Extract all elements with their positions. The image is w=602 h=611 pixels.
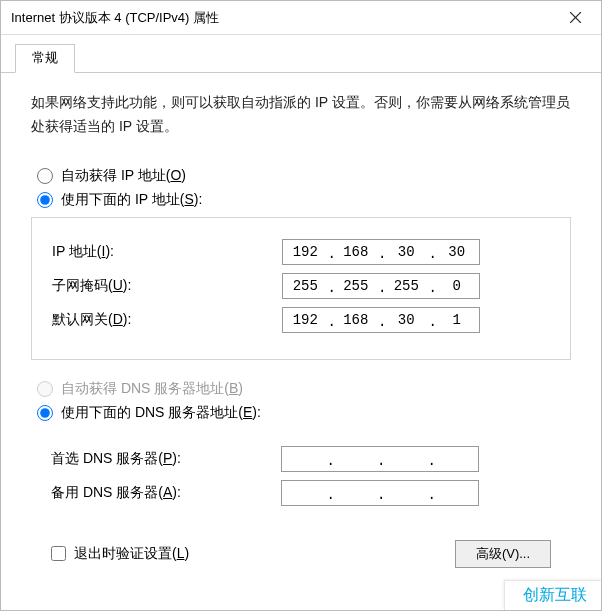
radio-manual-dns[interactable] (37, 405, 53, 421)
radio-auto-ip[interactable] (37, 168, 53, 184)
subnet-mask-row: 子网掩码(U): 255. 255. 255. 0 (52, 273, 550, 299)
ip-address-row: IP 地址(I): 192. 168. 30. 30 (52, 239, 550, 265)
advanced-button[interactable]: 高级(V)... (455, 540, 551, 568)
radio-auto-dns-row: 自动获得 DNS 服务器地址(B) (31, 380, 571, 398)
alternate-dns-row: 备用 DNS 服务器(A): . . . (51, 480, 551, 506)
close-button[interactable] (553, 1, 597, 34)
radio-manual-ip-label: 使用下面的 IP 地址(S): (61, 191, 202, 209)
description-text: 如果网络支持此功能，则可以获取自动指派的 IP 设置。否则，你需要从网络系统管理… (31, 91, 571, 139)
dns-fields-group: 首选 DNS 服务器(P): . . . 备用 DNS 服务器(A): . (31, 428, 571, 506)
tab-content: 如果网络支持此功能，则可以获取自动指派的 IP 设置。否则，你需要从网络系统管理… (1, 73, 601, 568)
tab-strip: 常规 (1, 35, 601, 73)
ip-fields-group: IP 地址(I): 192. 168. 30. 30 子网掩码(U): 255.… (31, 217, 571, 360)
watermark: 创新互联 (504, 580, 601, 610)
alternate-dns-label: 备用 DNS 服务器(A): (51, 484, 281, 502)
dns-block: 自动获得 DNS 服务器地址(B) 使用下面的 DNS 服务器地址(E): 首选… (31, 380, 571, 506)
subnet-mask-input[interactable]: 255. 255. 255. 0 (282, 273, 480, 299)
radio-auto-dns (37, 381, 53, 397)
radio-manual-dns-label: 使用下面的 DNS 服务器地址(E): (61, 404, 261, 422)
radio-auto-dns-label: 自动获得 DNS 服务器地址(B) (61, 380, 243, 398)
validate-label: 退出时验证设置(L) (74, 545, 189, 563)
window-title: Internet 协议版本 4 (TCP/IPv4) 属性 (11, 9, 553, 27)
radio-manual-dns-row[interactable]: 使用下面的 DNS 服务器地址(E): (31, 404, 571, 422)
gateway-label: 默认网关(D): (52, 311, 282, 329)
radio-manual-ip[interactable] (37, 192, 53, 208)
dialog-window: Internet 协议版本 4 (TCP/IPv4) 属性 常规 如果网络支持此… (0, 0, 602, 611)
ip-address-input[interactable]: 192. 168. 30. 30 (282, 239, 480, 265)
tab-general[interactable]: 常规 (15, 44, 75, 73)
alternate-dns-input[interactable]: . . . (281, 480, 479, 506)
preferred-dns-row: 首选 DNS 服务器(P): . . . (51, 446, 551, 472)
gateway-row: 默认网关(D): 192. 168. 30. 1 (52, 307, 550, 333)
radio-auto-ip-label: 自动获得 IP 地址(O) (61, 167, 186, 185)
bottom-row: 退出时验证设置(L) 高级(V)... (31, 514, 571, 568)
preferred-dns-label: 首选 DNS 服务器(P): (51, 450, 281, 468)
gateway-input[interactable]: 192. 168. 30. 1 (282, 307, 480, 333)
subnet-mask-label: 子网掩码(U): (52, 277, 282, 295)
close-icon (570, 12, 581, 23)
validate-checkbox-row[interactable]: 退出时验证设置(L) (51, 545, 189, 563)
title-bar: Internet 协议版本 4 (TCP/IPv4) 属性 (1, 1, 601, 35)
preferred-dns-input[interactable]: . . . (281, 446, 479, 472)
validate-checkbox[interactable] (51, 546, 66, 561)
radio-manual-ip-row[interactable]: 使用下面的 IP 地址(S): (31, 191, 571, 209)
radio-auto-ip-row[interactable]: 自动获得 IP 地址(O) (31, 167, 571, 185)
ip-address-label: IP 地址(I): (52, 243, 282, 261)
